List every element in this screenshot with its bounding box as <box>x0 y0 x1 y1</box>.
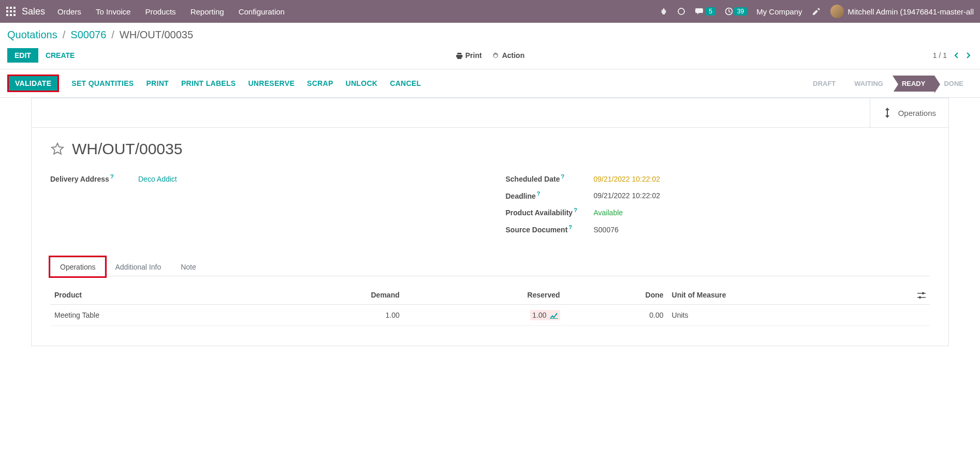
availability-label: Product Availability? <box>506 207 594 217</box>
apps-icon[interactable] <box>6 7 16 16</box>
print-button[interactable]: PRINT <box>146 79 169 87</box>
menu-reporting[interactable]: Reporting <box>191 7 224 16</box>
svg-rect-8 <box>13 14 16 16</box>
set-quantities-button[interactable]: SET QUANTITIES <box>71 79 134 87</box>
delivery-address-label: Delivery Address? <box>50 173 138 183</box>
svg-rect-7 <box>10 14 12 16</box>
forecast-icon[interactable] <box>550 311 558 319</box>
user-name: Mitchell Admin (19476841-master-all <box>848 7 974 16</box>
breadcrumb-current: WH/OUT/00035 <box>120 29 193 41</box>
svg-rect-3 <box>6 10 8 12</box>
create-button[interactable]: CREATE <box>46 51 75 60</box>
col-settings[interactable] <box>913 286 930 305</box>
source-document-value: S00076 <box>594 226 619 234</box>
breadcrumb-sep: / <box>111 29 114 41</box>
main-menu: Orders To Invoice Products Reporting Con… <box>57 7 285 16</box>
subheader: Quotations / S00076 / WH/OUT/00035 EDIT … <box>0 23 980 63</box>
print-dropdown[interactable]: Print <box>456 51 482 60</box>
stage-draft[interactable]: DRAFT <box>803 76 845 92</box>
messages-icon[interactable]: 5 <box>695 7 715 16</box>
svg-point-9 <box>678 8 684 14</box>
breadcrumb-order[interactable]: S00076 <box>70 29 106 41</box>
menu-products[interactable]: Products <box>145 7 175 16</box>
cell-product: Meeting Table <box>50 304 259 325</box>
source-document-label: Source Document? <box>506 224 594 234</box>
page-title: WH/OUT/00035 <box>72 140 182 158</box>
tools-icon[interactable] <box>812 7 821 16</box>
activities-icon[interactable]: 39 <box>725 7 747 16</box>
company-name[interactable]: My Company <box>756 7 802 16</box>
action-label: Action <box>502 51 525 60</box>
validate-button[interactable]: VALIDATE <box>7 75 59 92</box>
help-icon[interactable]: ? <box>568 224 572 230</box>
statusbar: VALIDATE SET QUANTITIES PRINT PRINT LABE… <box>0 69 980 98</box>
col-done[interactable]: Done <box>564 286 668 305</box>
scheduled-date-label: Scheduled Date? <box>506 173 594 183</box>
svg-rect-1 <box>10 7 12 9</box>
col-reserved[interactable]: Reserved <box>404 286 564 305</box>
tab-additional-info[interactable]: Additional Info <box>105 257 171 276</box>
title-row: WH/OUT/00035 <box>50 140 930 158</box>
svg-rect-12 <box>917 293 926 294</box>
pager-text: 1 / 1 <box>933 51 947 60</box>
pager-prev-icon[interactable] <box>952 51 961 59</box>
operations-stat-button[interactable]: Operations <box>870 98 948 127</box>
stage-waiting[interactable]: WAITING <box>845 76 893 92</box>
status-stages: DRAFT WAITING READY DONE <box>803 76 973 92</box>
col-product[interactable]: Product <box>50 286 259 305</box>
brand-name[interactable]: Sales <box>22 6 45 17</box>
messages-badge: 5 <box>706 7 715 16</box>
unlock-button[interactable]: UNLOCK <box>346 79 378 87</box>
bug-icon[interactable] <box>659 7 667 16</box>
tab-note[interactable]: Note <box>171 257 206 276</box>
unreserve-button[interactable]: UNRESERVE <box>248 79 295 87</box>
stage-ready[interactable]: READY <box>893 76 935 92</box>
breadcrumb-quotations[interactable]: Quotations <box>7 29 57 41</box>
sliders-icon[interactable] <box>917 291 926 299</box>
star-icon[interactable] <box>50 142 65 156</box>
availability-value: Available <box>594 209 623 217</box>
deadline-label: Deadline? <box>506 190 594 200</box>
operations-stat-label: Operations <box>898 109 936 117</box>
menu-configuration[interactable]: Configuration <box>239 7 285 16</box>
cell-uom: Units <box>668 304 913 325</box>
print-icon <box>456 51 463 60</box>
print-label: Print <box>465 51 482 60</box>
sheet-button-box: Operations <box>32 98 948 128</box>
help-icon[interactable]: ? <box>110 173 114 180</box>
delivery-address-value[interactable]: Deco Addict <box>138 175 177 183</box>
tabs: Operations Additional Info Note <box>50 257 930 276</box>
stage-done[interactable]: DONE <box>934 76 973 92</box>
reserved-value: 1.00 <box>532 311 546 319</box>
help-icon[interactable]: ? <box>537 190 540 197</box>
action-dropdown[interactable]: Action <box>492 51 525 60</box>
menu-orders[interactable]: Orders <box>57 7 81 16</box>
cell-done: 0.00 <box>564 304 668 325</box>
pager-next-icon[interactable] <box>963 51 973 59</box>
topnav-right: 5 39 My Company Mitchell Admin (19476841… <box>659 5 974 18</box>
deadline-value: 09/21/2022 10:22:02 <box>594 191 660 200</box>
menu-to-invoice[interactable]: To Invoice <box>96 7 131 16</box>
operations-table: Product Demand Reserved Done Unit of Mea… <box>50 286 930 326</box>
svg-point-15 <box>919 296 921 298</box>
svg-rect-0 <box>6 7 8 9</box>
svg-rect-6 <box>6 14 8 16</box>
gear-icon <box>492 51 500 60</box>
activities-badge: 39 <box>734 7 747 16</box>
fields-grid: Delivery Address? Deco Addict Scheduled … <box>50 173 930 241</box>
user-menu[interactable]: Mitchell Admin (19476841-master-all <box>830 5 974 18</box>
table-row[interactable]: Meeting Table 1.00 1.00 0.00 Units <box>50 304 930 325</box>
tab-operations[interactable]: Operations <box>50 257 105 276</box>
cell-demand: 1.00 <box>259 304 403 325</box>
col-demand[interactable]: Demand <box>259 286 403 305</box>
support-icon[interactable] <box>677 7 686 16</box>
col-uom[interactable]: Unit of Measure <box>668 286 913 305</box>
print-labels-button[interactable]: PRINT LABELS <box>181 79 236 87</box>
breadcrumb: Quotations / S00076 / WH/OUT/00035 <box>7 29 973 41</box>
edit-button[interactable]: EDIT <box>7 48 38 63</box>
scrap-button[interactable]: SCRAP <box>307 79 333 87</box>
help-icon[interactable]: ? <box>574 207 577 213</box>
cancel-button[interactable]: CANCEL <box>390 79 421 87</box>
help-icon[interactable]: ? <box>561 173 565 180</box>
avatar <box>830 5 844 18</box>
